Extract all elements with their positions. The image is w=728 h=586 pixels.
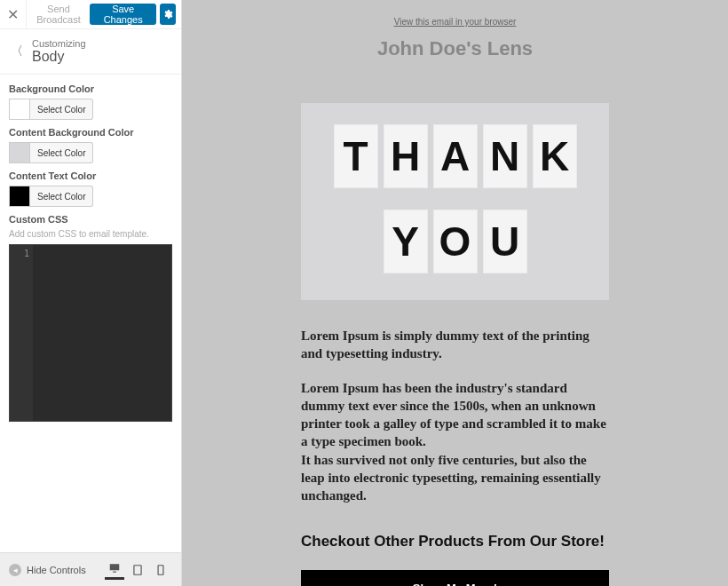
bg-color-swatch[interactable] [9,99,30,120]
top-actions: ✕ Send Broadcast Save Changes [0,0,181,29]
thank-you-image: THANK YOU [301,103,609,300]
bg-color-row: Select Color [9,99,172,120]
settings-button[interactable] [160,4,176,25]
bg-color-label: Background Color [9,83,172,94]
letter-tile: T [334,124,378,188]
view-in-browser-link[interactable]: View this email in your browser [394,17,517,27]
letter-tile: H [384,124,428,188]
chevron-left-icon: 〈 [11,44,23,58]
hero-section: THANK YOU [182,76,728,309]
checkout-heading: Checkout Other Products From Our Store! [301,533,609,550]
svg-rect-0 [134,565,141,574]
collapse-icon[interactable]: ◂ [9,564,21,576]
device-mobile-button[interactable] [151,560,170,580]
save-changes-button[interactable]: Save Changes [90,4,155,25]
text-color-swatch[interactable] [9,186,30,207]
breadcrumb: 〈 Customizing Body [0,29,181,75]
letter-tile: A [433,124,478,188]
letter-tile: U [483,210,527,273]
content-bg-label: Content Background Color [9,127,172,138]
sidebar-footer: ◂ Hide Controls [0,552,181,586]
hide-controls-label[interactable]: Hide Controls [27,565,86,575]
paragraph-1: Lorem Ipsum is simply dummy text of the … [301,327,609,363]
css-editor[interactable]: 1 [9,244,172,422]
bg-select-color-button[interactable]: Select Color [30,99,93,120]
letter-tile: Y [384,210,428,273]
letter-tile: O [433,210,478,273]
thank-row: THANK [334,124,577,188]
close-icon: ✕ [7,6,19,23]
text-color-label: Content Text Color [9,170,172,181]
preview-scroll[interactable]: View this email in your browser John Doe… [182,0,728,586]
send-broadcast-button[interactable]: Send Broadcast [27,0,90,28]
email-header: View this email in your browser John Doe… [182,0,728,76]
preview-pane: View this email in your browser John Doe… [182,0,728,586]
svg-rect-1 [158,565,163,574]
desktop-icon [108,562,121,574]
text-select-color-button[interactable]: Select Color [30,186,93,207]
customizer-sidebar: ✕ Send Broadcast Save Changes 〈 Customiz… [0,0,182,586]
editor-gutter: 1 [10,245,33,421]
tablet-icon [131,564,144,576]
content-bg-swatch[interactable] [9,142,30,163]
custom-css-hint: Add custom CSS to email template. [9,229,172,239]
content-bg-row: Select Color [9,142,172,163]
letter-tile: K [533,124,577,188]
close-button[interactable]: ✕ [0,0,27,28]
custom-css-label: Custom CSS [9,214,172,225]
you-row: YOU [384,210,527,273]
breadcrumb-text: Customizing Body [32,38,86,65]
mobile-icon [154,564,167,576]
paragraph-2: Lorem Ipsum has been the industry's stan… [301,379,609,505]
device-desktop-button[interactable] [105,560,124,580]
back-button[interactable]: 〈 [11,44,32,59]
breadcrumb-label: Customizing [32,38,86,49]
content-bg-select-color-button[interactable]: Select Color [30,142,93,163]
editor-code-area[interactable] [33,245,171,421]
device-tablet-button[interactable] [128,560,147,580]
letter-tile: N [483,124,527,188]
text-color-row: Select Color [9,186,172,207]
gear-icon [162,9,173,20]
cta-button[interactable]: Show Me More! [301,570,609,586]
panel-body: Background Color Select Color Content Ba… [0,75,181,552]
body-content: Lorem Ipsum is simply dummy text of the … [182,309,728,586]
breadcrumb-title: Body [32,49,86,65]
brand-title: John Doe's Lens [182,37,728,60]
